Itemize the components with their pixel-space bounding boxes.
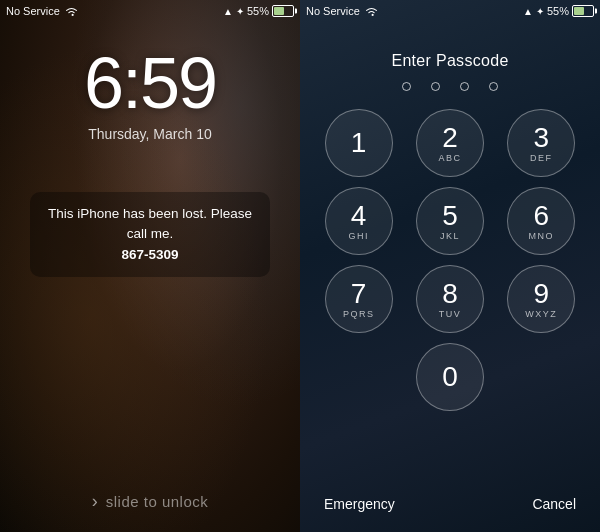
numpad-3-sub: DEF [530,153,553,163]
left-battery-fill [274,7,284,15]
numpad-5-sub: JKL [440,231,460,241]
left-status-right: ▲ ✦ 55% [223,5,294,17]
numpad-1-main: 1 [351,129,367,157]
numpad-8-main: 8 [442,280,458,308]
passcode-dot-1 [402,82,411,91]
left-wifi-icon [64,6,79,17]
numpad-4-sub: GHI [348,231,369,241]
right-status-right: ▲ ✦ 55% [523,5,594,17]
passcode-actions: Emergency Cancel [300,490,600,518]
numpad-2-sub: ABC [438,153,461,163]
right-battery-label: 55% [547,5,569,17]
numpad-button-0[interactable]: 0 [416,343,484,411]
numpad-2-main: 2 [442,124,458,152]
left-location-icon: ▲ [223,6,233,17]
left-status-left: No Service [6,5,79,17]
slide-to-unlock[interactable]: › slide to unlock [0,491,300,512]
right-status-bar: No Service ▲ ✦ 55% [300,0,600,22]
right-battery-icon [572,5,594,17]
lock-date: Thursday, March 10 [88,126,211,142]
right-location-icon: ▲ [523,6,533,17]
slide-chevron-icon: › [92,491,98,512]
numpad-0-main: 0 [442,363,458,391]
numpad-4-main: 4 [351,202,367,230]
numpad-7-sub: PQRS [343,309,375,319]
numpad-8-sub: TUV [439,309,462,319]
lost-message: This iPhone has been lost. Please call m… [30,192,270,277]
lost-message-line2: me. [151,226,174,241]
emergency-button[interactable]: Emergency [320,490,399,518]
zero-row: 0 [416,343,484,411]
numpad: 1 2 ABC 3 DEF 4 GHI 5 JKL 6 MNO 7 PQRS 8 [300,109,600,333]
right-battery-fill [574,7,584,15]
numpad-button-3[interactable]: 3 DEF [507,109,575,177]
left-bluetooth-icon: ✦ [236,6,244,17]
right-bluetooth-icon: ✦ [536,6,544,17]
numpad-button-2[interactable]: 2 ABC [416,109,484,177]
numpad-6-sub: MNO [529,231,555,241]
numpad-7-main: 7 [351,280,367,308]
numpad-button-1[interactable]: 1 [325,109,393,177]
left-battery-icon [272,5,294,17]
numpad-button-8[interactable]: 8 TUV [416,265,484,333]
cancel-button[interactable]: Cancel [528,490,580,518]
numpad-3-main: 3 [534,124,550,152]
numpad-button-7[interactable]: 7 PQRS [325,265,393,333]
passcode-dot-2 [431,82,440,91]
lock-time: 6:59 [84,42,216,124]
numpad-button-5[interactable]: 5 JKL [416,187,484,255]
passcode-screen: No Service ▲ ✦ 55% Enter Passcode 1 [300,0,600,532]
passcode-dot-3 [460,82,469,91]
numpad-button-4[interactable]: 4 GHI [325,187,393,255]
numpad-6-main: 6 [534,202,550,230]
lock-screen: No Service ▲ ✦ 55% 6:59 Thursday, March … [0,0,300,532]
numpad-button-6[interactable]: 6 MNO [507,187,575,255]
numpad-9-main: 9 [534,280,550,308]
passcode-dots [402,82,498,91]
right-wifi-icon [364,6,379,17]
right-status-left: No Service [306,5,379,17]
numpad-5-main: 5 [442,202,458,230]
left-battery-label: 55% [247,5,269,17]
lost-phone-number: 867-5309 [121,247,178,262]
left-status-bar: No Service ▲ ✦ 55% [0,0,300,22]
right-service-label: No Service [306,5,360,17]
slide-label: slide to unlock [106,493,209,510]
numpad-9-sub: WXYZ [525,309,557,319]
numpad-button-9[interactable]: 9 WXYZ [507,265,575,333]
passcode-title: Enter Passcode [391,52,508,70]
left-service-label: No Service [6,5,60,17]
passcode-dot-4 [489,82,498,91]
